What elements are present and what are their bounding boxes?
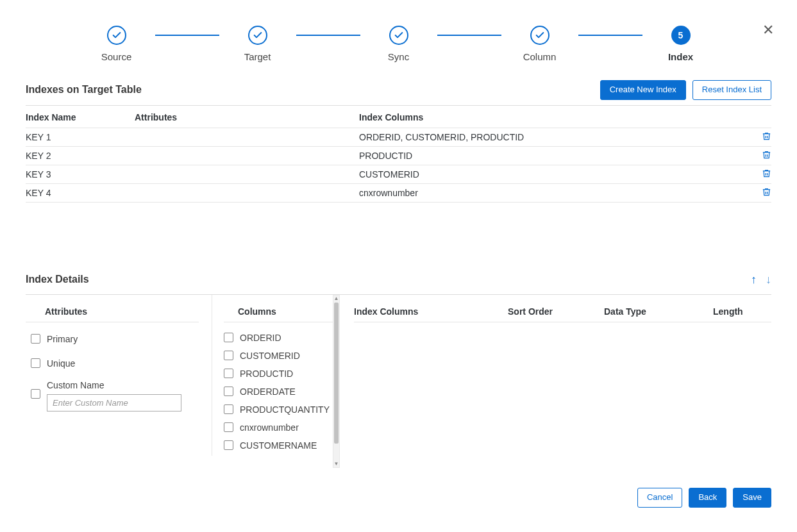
column-checkbox[interactable]: [224, 333, 233, 342]
columns-scrollbar[interactable]: ▲ ▼: [333, 295, 340, 468]
cancel-button[interactable]: Cancel: [637, 488, 682, 508]
step-column[interactable]: Column: [501, 26, 578, 62]
step-label: Target: [244, 51, 271, 62]
wizard-stepper: Source Target Sync Column 5 Index: [78, 26, 719, 62]
check-icon: [530, 26, 550, 45]
column-checkbox[interactable]: [224, 440, 233, 450]
attributes-header: Attributes: [26, 301, 199, 322]
step-label: Sync: [388, 51, 409, 62]
move-down-icon[interactable]: ↓: [766, 273, 771, 287]
scroll-up-icon[interactable]: ▲: [333, 295, 339, 302]
index-name: KEY 1: [26, 132, 135, 142]
column-checkbox[interactable]: [224, 351, 233, 360]
index-name: KEY 4: [26, 188, 135, 198]
index-cols: CUSTOMERID: [359, 169, 752, 179]
custom-name-label: Custom Name: [47, 380, 181, 390]
step-label: Column: [523, 51, 557, 62]
column-label: PRODUCTQUANTITY: [240, 404, 330, 415]
custom-name-checkbox[interactable]: [31, 389, 40, 399]
step-label: Index: [668, 51, 693, 62]
delete-icon[interactable]: [752, 131, 771, 143]
detail-header-type: Data Type: [604, 306, 713, 317]
column-checkbox[interactable]: [224, 422, 233, 432]
index-name: KEY 3: [26, 169, 135, 179]
column-checkbox[interactable]: [224, 404, 233, 414]
unique-checkbox[interactable]: [31, 358, 40, 368]
close-icon[interactable]: ✕: [762, 23, 774, 37]
check-icon: [248, 26, 267, 45]
move-up-icon[interactable]: ↑: [751, 273, 757, 287]
step-index[interactable]: 5 Index: [642, 26, 719, 62]
create-new-index-button[interactable]: Create New Index: [600, 80, 686, 100]
indexes-title: Indexes on Target Table: [26, 84, 142, 96]
step-target[interactable]: Target: [219, 26, 296, 62]
delete-icon[interactable]: [752, 187, 771, 199]
scroll-down-icon[interactable]: ▼: [333, 461, 339, 467]
index-cols: PRODUCTID: [359, 151, 752, 161]
index-details-title: Index Details: [26, 274, 89, 285]
wizard-footer: Cancel Back Save: [26, 488, 771, 508]
unique-label: Unique: [47, 358, 75, 369]
step-connector: [578, 35, 642, 36]
step-number-icon: 5: [671, 26, 691, 45]
column-label: PRODUCTID: [240, 369, 293, 379]
column-label: CUSTOMERNAME: [240, 440, 317, 451]
table-row[interactable]: KEY 1 ORDERID, CUSTOMERID, PRODUCTID: [26, 128, 771, 147]
step-connector: [155, 35, 219, 36]
detail-header-cols: Index Columns: [354, 306, 508, 317]
table-row[interactable]: KEY 2 PRODUCTID: [26, 147, 771, 165]
index-cols: cnxrownumber: [359, 188, 752, 198]
columns-panel: Columns ORDERID CUSTOMERID PRODUCTID ORD…: [212, 295, 340, 456]
table-row[interactable]: KEY 4 cnxrownumber: [26, 184, 771, 203]
save-button[interactable]: Save: [733, 488, 771, 508]
columns-header: Columns: [224, 301, 340, 322]
column-checkbox[interactable]: [224, 369, 233, 378]
indexes-table: Index Name Attributes Index Columns KEY …: [26, 105, 771, 203]
col-header-cols: Index Columns: [359, 112, 752, 122]
attributes-panel: Attributes Primary Unique Custom Name: [26, 295, 212, 456]
column-label: ORDERDATE: [240, 387, 296, 397]
scrollbar-thumb[interactable]: [334, 303, 339, 444]
table-row[interactable]: KEY 3 CUSTOMERID: [26, 165, 771, 184]
custom-name-input[interactable]: [47, 394, 181, 411]
detail-header-len: Length: [713, 306, 771, 317]
index-cols: ORDERID, CUSTOMERID, PRODUCTID: [359, 132, 752, 142]
reset-index-list-button[interactable]: Reset Index List: [692, 80, 771, 100]
index-columns-detail-panel: Index Columns Sort Order Data Type Lengt…: [340, 295, 771, 456]
step-source[interactable]: Source: [78, 26, 155, 62]
delete-icon[interactable]: [752, 150, 771, 162]
column-label: ORDERID: [240, 333, 281, 343]
step-connector: [296, 35, 360, 36]
column-label: cnxrownumber: [240, 422, 299, 433]
column-checkbox[interactable]: [224, 387, 233, 396]
check-icon: [389, 26, 408, 45]
primary-label: Primary: [47, 334, 78, 344]
check-icon: [107, 26, 126, 45]
step-sync[interactable]: Sync: [360, 26, 437, 62]
back-button[interactable]: Back: [689, 488, 726, 508]
index-name: KEY 2: [26, 151, 135, 161]
col-header-name: Index Name: [26, 112, 135, 122]
col-header-attr: Attributes: [135, 112, 359, 122]
step-label: Source: [101, 51, 132, 62]
column-label: CUSTOMERID: [240, 351, 300, 361]
step-connector: [437, 35, 501, 36]
detail-header-sort: Sort Order: [508, 306, 604, 317]
primary-checkbox[interactable]: [31, 334, 40, 344]
delete-icon[interactable]: [752, 169, 771, 180]
